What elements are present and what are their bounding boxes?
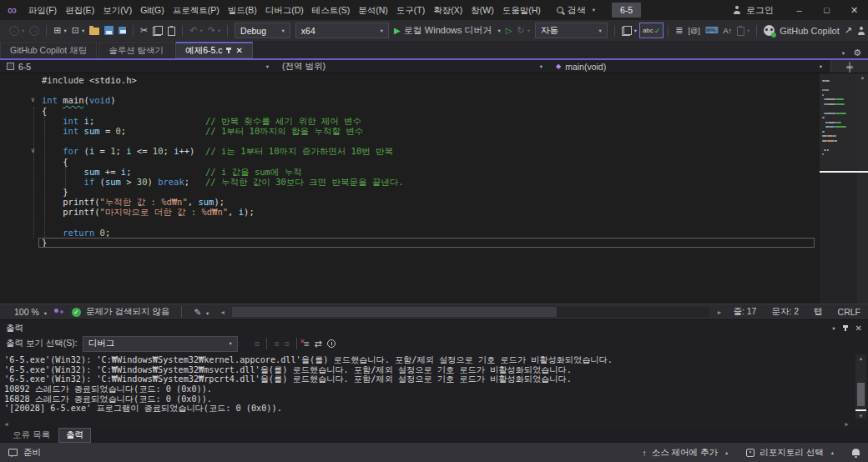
maximize-button[interactable]: □ [813, 0, 840, 20]
minimap[interactable] [820, 73, 857, 304]
menu-item[interactable]: 파일(F) [24, 0, 61, 20]
tab-source-file[interactable]: 예제6-5.c ✕ [175, 42, 253, 58]
column-indicator[interactable]: 문자: 2 [764, 306, 806, 318]
login-button[interactable]: 로그인 [733, 4, 774, 17]
platform-dropdown[interactable]: x64▾ [295, 23, 389, 38]
menu-item[interactable]: Git(G) [136, 0, 169, 20]
project-badge[interactable]: 6-5 [612, 3, 641, 18]
pin-tab-icon[interactable] [228, 48, 230, 53]
tab-options-gear-icon[interactable]: ⚙ [853, 48, 861, 58]
code-line[interactable]: } [0, 238, 818, 248]
menu-item[interactable]: 빌드(B) [224, 0, 261, 20]
code-line[interactable]: { [0, 106, 818, 116]
timestamp-button[interactable] [325, 335, 338, 353]
output-hscroll-left-icon[interactable]: ◄ [3, 421, 9, 427]
menu-item[interactable]: 도움말(H) [498, 0, 545, 20]
code-line[interactable]: { [0, 157, 818, 167]
code-editor[interactable]: #include <stdio.h>∨int main(void){ int i… [0, 73, 868, 304]
add-source-control-button[interactable]: ↑ 소스 제어에 추가 ▴ [642, 447, 728, 459]
watch-dropdown[interactable]: 자동▾ [535, 23, 608, 38]
output-hscroll-right-icon[interactable]: ► [844, 421, 850, 427]
feedback-button[interactable] [855, 22, 868, 39]
menu-item[interactable]: 창(W) [467, 0, 497, 20]
code-cleanup-button[interactable]: ✎ ▾ [186, 307, 216, 317]
tab-list-caret-icon[interactable]: ▾ [842, 50, 845, 57]
share-button[interactable]: ↗ [842, 22, 855, 39]
output-lines[interactable]: '6-5.exe'(Win32): 'C:₩Windows₩System32₩k… [4, 355, 851, 418]
menu-item[interactable]: 편집(E) [61, 0, 98, 20]
code-line[interactable]: ∨int main(void) [0, 95, 818, 105]
word-wrap-button[interactable]: ⇄ [311, 335, 324, 353]
minimize-button[interactable]: – [785, 0, 813, 20]
github-copilot-button[interactable]: GitHub Copilot [761, 22, 842, 39]
tab-output[interactable]: 출력 [58, 428, 91, 443]
select-repository-button[interactable]: 리포지토리 선택 ▴ [746, 447, 834, 459]
output-source-dropdown[interactable]: 디버그▾ [83, 336, 238, 352]
restart-button[interactable]: ↻▾ [514, 22, 532, 39]
properties-button[interactable]: ▾ [619, 22, 639, 39]
hscroll-right-icon[interactable]: ► [713, 309, 725, 315]
code-line[interactable]: int sum = 0; // 1부터 10까지의 합을 누적할 변수 [0, 126, 818, 136]
redo-button[interactable]: ↷▾ [205, 22, 223, 39]
navigate-forward-icon[interactable]: → [29, 26, 39, 36]
extra-paste-button[interactable]: ▾ [734, 22, 752, 39]
start-without-debug-icon[interactable]: ▷ [503, 22, 515, 39]
clear-all-button[interactable]: ≡ [301, 335, 311, 353]
new-project-button[interactable]: ⊞▾ [51, 22, 68, 39]
code-line[interactable] [0, 85, 818, 95]
line-annotations-button[interactable]: ≣ [673, 22, 685, 39]
tab-error-list[interactable]: 오류 목록 [6, 429, 57, 442]
menu-item[interactable]: 확장(X) [429, 0, 467, 20]
project-dropdown[interactable]: 6-5 ▾ [0, 60, 275, 73]
line-indicator[interactable]: 줄: 17 [725, 306, 764, 318]
code-line[interactable]: return 0; [0, 228, 818, 238]
hscroll-thumb[interactable] [232, 307, 557, 317]
pin-panel-icon[interactable] [845, 325, 846, 331]
output-scroll-down-icon[interactable]: ▼ [855, 414, 866, 419]
notifications-bell-icon[interactable] [852, 449, 860, 455]
output-scroll-up-icon[interactable]: ▲ [855, 354, 866, 363]
goto-message-icon[interactable]: ≡ [252, 335, 262, 353]
window-position-caret-icon[interactable]: ▾ [832, 325, 835, 332]
eol-indicator[interactable]: CRLF [830, 307, 868, 317]
code-line[interactable] [0, 136, 818, 146]
add-item-button[interactable]: ⊡▾ [69, 22, 87, 39]
tab-solution-explorer[interactable]: 솔루션 탐색기 [98, 42, 174, 58]
split-editor-button[interactable]: ╪ [830, 60, 868, 73]
live-share-icon[interactable] [54, 308, 64, 316]
navigate-back-icon[interactable]: ← [9, 26, 19, 36]
code-line[interactable]: sum += i; // i 값을 sum에 누적 [0, 167, 818, 177]
close-button[interactable]: ✕ [840, 0, 868, 20]
fold-arrow-icon[interactable]: ∨ [31, 95, 35, 105]
attributes-button[interactable]: [@] [686, 22, 703, 39]
spellcheck-toggle[interactable]: abc✓ [639, 23, 664, 38]
menu-item[interactable]: 테스트(S) [308, 0, 355, 20]
menu-item[interactable]: 분석(N) [354, 0, 392, 20]
code-line[interactable]: } [0, 187, 818, 197]
menu-item[interactable]: 프로젝트(P) [169, 0, 224, 20]
keyboard-button[interactable]: ⌨ [703, 22, 721, 39]
open-folder-button[interactable] [87, 22, 102, 39]
configuration-dropdown[interactable]: Debug▾ [235, 23, 290, 38]
code-line[interactable]: #include <stdio.h> [0, 75, 818, 85]
paste-button[interactable] [165, 22, 178, 39]
menu-item[interactable]: 디버그(D) [261, 0, 308, 20]
output-scroll-thumb[interactable] [857, 383, 865, 406]
close-tab-icon[interactable]: ✕ [235, 46, 242, 55]
next-message-icon[interactable]: ≡ [282, 335, 292, 353]
zoom-dropdown[interactable]: 100 % ▾ [7, 307, 54, 317]
copy-button[interactable] [150, 22, 165, 39]
indent-mode-indicator[interactable]: 탭 [806, 306, 830, 318]
cut-button[interactable]: ✂ [138, 22, 150, 39]
menu-item[interactable]: 보기(V) [98, 0, 136, 20]
start-debug-button[interactable]: ▶ 로컬 Windows 디버거 ▾ [391, 22, 503, 39]
close-panel-icon[interactable]: ✕ [855, 324, 862, 333]
editor-horizontal-scrollbar[interactable] [232, 307, 709, 317]
code-line[interactable]: if (sum > 30) break; // 누적한 값이 30보다 크면 반… [0, 177, 818, 187]
code-line[interactable]: ∨ for (i = 1; i <= 10; i++) // i는 1부터 10… [0, 146, 818, 156]
fold-arrow-icon[interactable]: ∨ [31, 146, 35, 156]
code-line[interactable]: int i; // 반복 횟수를 세기 위한 제어 변수 [0, 116, 818, 126]
output-vertical-scrollbar[interactable]: ▲ ▼ [855, 354, 866, 419]
save-all-button[interactable] [116, 22, 129, 39]
code-line[interactable]: printf("마지막으로 더한 값 : %d₩n", i); [0, 207, 818, 217]
